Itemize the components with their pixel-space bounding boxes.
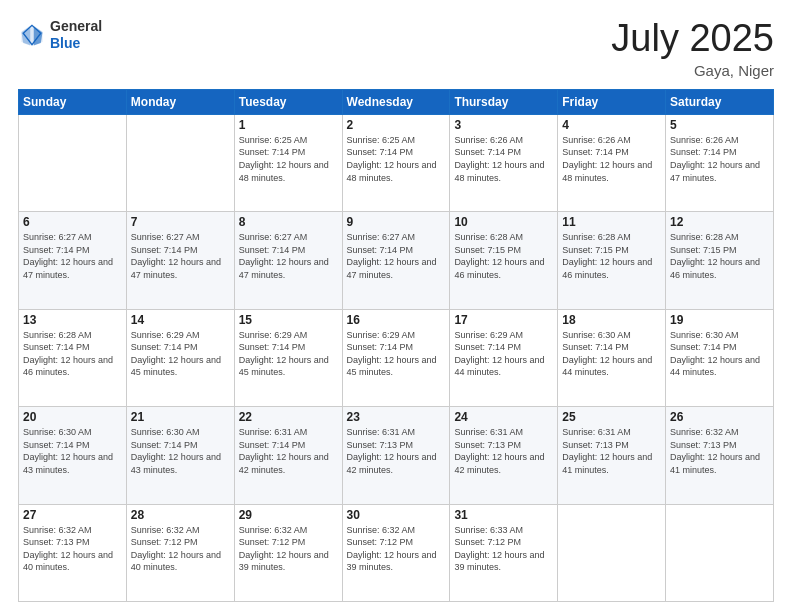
table-row (19, 114, 127, 211)
day-number: 27 (23, 508, 122, 522)
col-friday: Friday (558, 89, 666, 114)
day-info: Sunrise: 6:29 AMSunset: 7:14 PMDaylight:… (454, 329, 553, 379)
week-row-2: 6Sunrise: 6:27 AMSunset: 7:14 PMDaylight… (19, 212, 774, 309)
day-info: Sunrise: 6:25 AMSunset: 7:14 PMDaylight:… (347, 134, 446, 184)
table-row: 2Sunrise: 6:25 AMSunset: 7:14 PMDaylight… (342, 114, 450, 211)
day-info: Sunrise: 6:28 AMSunset: 7:15 PMDaylight:… (562, 231, 661, 281)
table-row: 25Sunrise: 6:31 AMSunset: 7:13 PMDayligh… (558, 407, 666, 504)
table-row (666, 504, 774, 601)
table-row: 31Sunrise: 6:33 AMSunset: 7:12 PMDayligh… (450, 504, 558, 601)
day-info: Sunrise: 6:32 AMSunset: 7:12 PMDaylight:… (131, 524, 230, 574)
day-info: Sunrise: 6:27 AMSunset: 7:14 PMDaylight:… (131, 231, 230, 281)
table-row: 30Sunrise: 6:32 AMSunset: 7:12 PMDayligh… (342, 504, 450, 601)
table-row: 3Sunrise: 6:26 AMSunset: 7:14 PMDaylight… (450, 114, 558, 211)
day-number: 13 (23, 313, 122, 327)
table-row (126, 114, 234, 211)
table-row: 15Sunrise: 6:29 AMSunset: 7:14 PMDayligh… (234, 309, 342, 406)
day-info: Sunrise: 6:27 AMSunset: 7:14 PMDaylight:… (23, 231, 122, 281)
logo-general: General (50, 18, 102, 35)
table-row: 5Sunrise: 6:26 AMSunset: 7:14 PMDaylight… (666, 114, 774, 211)
day-number: 5 (670, 118, 769, 132)
day-info: Sunrise: 6:30 AMSunset: 7:14 PMDaylight:… (562, 329, 661, 379)
day-number: 14 (131, 313, 230, 327)
day-number: 6 (23, 215, 122, 229)
day-info: Sunrise: 6:27 AMSunset: 7:14 PMDaylight:… (347, 231, 446, 281)
col-thursday: Thursday (450, 89, 558, 114)
table-row: 7Sunrise: 6:27 AMSunset: 7:14 PMDaylight… (126, 212, 234, 309)
logo: General Blue (18, 18, 102, 52)
logo-icon (18, 21, 46, 49)
day-number: 24 (454, 410, 553, 424)
day-info: Sunrise: 6:25 AMSunset: 7:14 PMDaylight:… (239, 134, 338, 184)
day-number: 20 (23, 410, 122, 424)
day-info: Sunrise: 6:28 AMSunset: 7:15 PMDaylight:… (670, 231, 769, 281)
table-row: 16Sunrise: 6:29 AMSunset: 7:14 PMDayligh… (342, 309, 450, 406)
day-info: Sunrise: 6:26 AMSunset: 7:14 PMDaylight:… (670, 134, 769, 184)
col-sunday: Sunday (19, 89, 127, 114)
day-number: 4 (562, 118, 661, 132)
table-row: 28Sunrise: 6:32 AMSunset: 7:12 PMDayligh… (126, 504, 234, 601)
table-row: 8Sunrise: 6:27 AMSunset: 7:14 PMDaylight… (234, 212, 342, 309)
day-info: Sunrise: 6:32 AMSunset: 7:13 PMDaylight:… (23, 524, 122, 574)
day-info: Sunrise: 6:32 AMSunset: 7:12 PMDaylight:… (347, 524, 446, 574)
day-number: 16 (347, 313, 446, 327)
day-info: Sunrise: 6:33 AMSunset: 7:12 PMDaylight:… (454, 524, 553, 574)
day-info: Sunrise: 6:28 AMSunset: 7:14 PMDaylight:… (23, 329, 122, 379)
table-row: 23Sunrise: 6:31 AMSunset: 7:13 PMDayligh… (342, 407, 450, 504)
day-info: Sunrise: 6:27 AMSunset: 7:14 PMDaylight:… (239, 231, 338, 281)
day-number: 15 (239, 313, 338, 327)
day-info: Sunrise: 6:31 AMSunset: 7:13 PMDaylight:… (454, 426, 553, 476)
table-row: 13Sunrise: 6:28 AMSunset: 7:14 PMDayligh… (19, 309, 127, 406)
calendar-header-row: Sunday Monday Tuesday Wednesday Thursday… (19, 89, 774, 114)
table-row: 29Sunrise: 6:32 AMSunset: 7:12 PMDayligh… (234, 504, 342, 601)
calendar-table: Sunday Monday Tuesday Wednesday Thursday… (18, 89, 774, 602)
day-number: 31 (454, 508, 553, 522)
day-number: 17 (454, 313, 553, 327)
table-row: 4Sunrise: 6:26 AMSunset: 7:14 PMDaylight… (558, 114, 666, 211)
page: General Blue July 2025 Gaya, Niger Sunda… (0, 0, 792, 612)
table-row (558, 504, 666, 601)
table-row: 17Sunrise: 6:29 AMSunset: 7:14 PMDayligh… (450, 309, 558, 406)
location: Gaya, Niger (611, 62, 774, 79)
week-row-5: 27Sunrise: 6:32 AMSunset: 7:13 PMDayligh… (19, 504, 774, 601)
day-number: 18 (562, 313, 661, 327)
day-number: 7 (131, 215, 230, 229)
logo-blue: Blue (50, 35, 102, 52)
col-saturday: Saturday (666, 89, 774, 114)
day-info: Sunrise: 6:29 AMSunset: 7:14 PMDaylight:… (239, 329, 338, 379)
table-row: 24Sunrise: 6:31 AMSunset: 7:13 PMDayligh… (450, 407, 558, 504)
day-number: 23 (347, 410, 446, 424)
table-row: 14Sunrise: 6:29 AMSunset: 7:14 PMDayligh… (126, 309, 234, 406)
table-row: 19Sunrise: 6:30 AMSunset: 7:14 PMDayligh… (666, 309, 774, 406)
table-row: 20Sunrise: 6:30 AMSunset: 7:14 PMDayligh… (19, 407, 127, 504)
week-row-1: 1Sunrise: 6:25 AMSunset: 7:14 PMDaylight… (19, 114, 774, 211)
day-number: 21 (131, 410, 230, 424)
col-monday: Monday (126, 89, 234, 114)
day-number: 25 (562, 410, 661, 424)
day-info: Sunrise: 6:31 AMSunset: 7:13 PMDaylight:… (347, 426, 446, 476)
table-row: 10Sunrise: 6:28 AMSunset: 7:15 PMDayligh… (450, 212, 558, 309)
table-row: 22Sunrise: 6:31 AMSunset: 7:14 PMDayligh… (234, 407, 342, 504)
day-info: Sunrise: 6:28 AMSunset: 7:15 PMDaylight:… (454, 231, 553, 281)
table-row: 1Sunrise: 6:25 AMSunset: 7:14 PMDaylight… (234, 114, 342, 211)
day-number: 11 (562, 215, 661, 229)
day-number: 10 (454, 215, 553, 229)
table-row: 6Sunrise: 6:27 AMSunset: 7:14 PMDaylight… (19, 212, 127, 309)
day-number: 28 (131, 508, 230, 522)
day-info: Sunrise: 6:32 AMSunset: 7:12 PMDaylight:… (239, 524, 338, 574)
day-number: 3 (454, 118, 553, 132)
day-info: Sunrise: 6:30 AMSunset: 7:14 PMDaylight:… (131, 426, 230, 476)
table-row: 12Sunrise: 6:28 AMSunset: 7:15 PMDayligh… (666, 212, 774, 309)
title-block: July 2025 Gaya, Niger (611, 18, 774, 79)
day-info: Sunrise: 6:26 AMSunset: 7:14 PMDaylight:… (562, 134, 661, 184)
day-number: 29 (239, 508, 338, 522)
day-number: 30 (347, 508, 446, 522)
day-number: 22 (239, 410, 338, 424)
table-row: 9Sunrise: 6:27 AMSunset: 7:14 PMDaylight… (342, 212, 450, 309)
day-info: Sunrise: 6:29 AMSunset: 7:14 PMDaylight:… (347, 329, 446, 379)
day-info: Sunrise: 6:31 AMSunset: 7:13 PMDaylight:… (562, 426, 661, 476)
day-number: 12 (670, 215, 769, 229)
col-tuesday: Tuesday (234, 89, 342, 114)
table-row: 18Sunrise: 6:30 AMSunset: 7:14 PMDayligh… (558, 309, 666, 406)
table-row: 27Sunrise: 6:32 AMSunset: 7:13 PMDayligh… (19, 504, 127, 601)
